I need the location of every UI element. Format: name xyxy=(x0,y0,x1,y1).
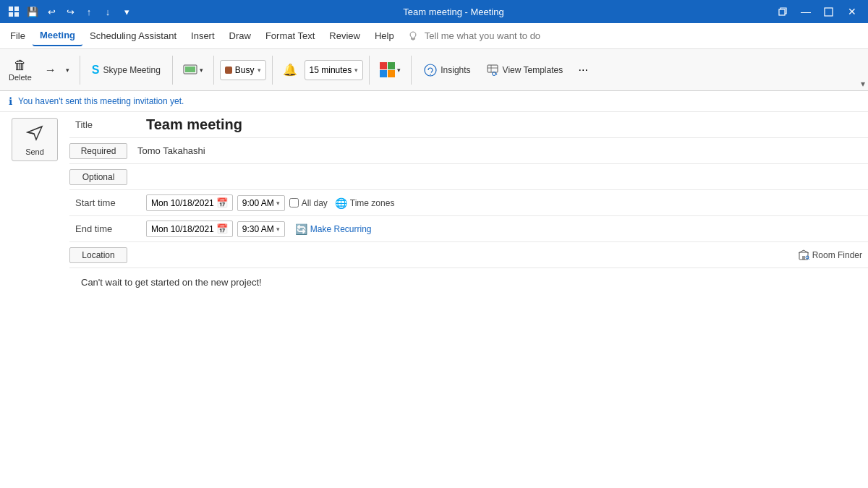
svg-rect-2 xyxy=(9,12,13,17)
reminder-button[interactable]: 🔔 xyxy=(278,57,302,83)
app-logo-icon xyxy=(6,4,22,20)
move-down-icon[interactable]: ↓ xyxy=(100,4,116,20)
main-content: Send Title Team meeting Required Tomo Ta… xyxy=(0,112,868,377)
color-category-button[interactable]: ▾ xyxy=(375,57,405,83)
forward-button[interactable]: → xyxy=(39,59,62,82)
forward-dropdown-button[interactable]: ▾ xyxy=(62,59,74,82)
optional-button[interactable]: Optional xyxy=(69,169,127,185)
sep-4 xyxy=(272,56,273,85)
delete-icon: 🗑 xyxy=(14,59,27,72)
redo-icon[interactable]: ↪ xyxy=(62,4,78,20)
menu-meeting[interactable]: Meeting xyxy=(33,25,82,46)
minimize-button[interactable]: — xyxy=(796,1,816,22)
skype-meeting-button[interactable]: S Skype Meeting xyxy=(86,56,166,85)
location-value[interactable] xyxy=(133,252,792,258)
delete-button[interactable]: 🗑 Delete xyxy=(4,52,36,88)
room-finder-button[interactable]: Room Finder xyxy=(792,247,868,264)
start-time-label: Start time xyxy=(69,197,142,208)
window-title: Team meeting - Meeting xyxy=(403,7,503,17)
busy-dropdown[interactable]: Busy ▾ xyxy=(220,60,266,80)
sep-3 xyxy=(213,56,214,85)
start-time-dropdown-arrow-icon: ▾ xyxy=(276,200,280,207)
view-templates-icon xyxy=(486,64,499,77)
allday-checkbox[interactable] xyxy=(289,198,299,207)
menu-scheduling[interactable]: Scheduling Assistant xyxy=(82,26,184,46)
menu-bar: File Meeting Scheduling Assistant Insert… xyxy=(0,23,868,49)
svg-point-11 xyxy=(430,74,431,75)
title-bar-left: 💾 ↩ ↪ ↑ ↓ ▾ xyxy=(6,4,135,20)
timezone-button[interactable]: 🌐 Time zones xyxy=(335,197,395,209)
required-value[interactable]: Tomo Takahashi xyxy=(133,142,868,159)
recurring-label: Make Recurring xyxy=(310,224,372,234)
busy-label: Busy xyxy=(235,65,255,75)
reminder-time-dropdown[interactable]: 15 minutes ▾ xyxy=(305,60,364,80)
svg-rect-12 xyxy=(488,65,498,72)
view-templates-label: View Templates xyxy=(503,65,563,75)
menu-formattext[interactable]: Format Text xyxy=(258,26,322,46)
room-finder-label: Room Finder xyxy=(812,250,862,260)
svg-rect-5 xyxy=(825,8,833,16)
svg-line-17 xyxy=(27,132,34,134)
undo-icon[interactable]: ↩ xyxy=(43,4,59,20)
skype-logo-icon: S xyxy=(92,64,100,77)
body-text: Can't wait to get started on the new pro… xyxy=(81,277,262,288)
collapse-ribbon-icon[interactable]: ▾ xyxy=(861,79,865,89)
more-options-icon: ··· xyxy=(579,64,588,77)
insights-button[interactable]: Insights xyxy=(417,56,477,85)
location-button[interactable]: Location xyxy=(69,247,127,263)
menu-insert[interactable]: Insert xyxy=(184,26,222,46)
menu-draw[interactable]: Draw xyxy=(222,26,258,46)
busy-dot-icon xyxy=(225,67,232,74)
end-time-picker[interactable]: 9:30 AM ▾ xyxy=(237,221,285,237)
info-bar: ℹ You haven't sent this meeting invitati… xyxy=(0,91,868,112)
maximize-button[interactable] xyxy=(819,1,839,22)
end-calendar-icon: 📅 xyxy=(216,223,228,234)
ribbon: 🗑 Delete → ▾ S Skype Meeting ▾ Busy ▾ 🔔 xyxy=(0,49,868,91)
customize-qa-icon[interactable]: ▾ xyxy=(119,4,135,20)
forward-group: → ▾ xyxy=(39,56,74,85)
close-button[interactable]: ✕ xyxy=(842,1,862,22)
start-date-picker[interactable]: Mon 10/18/2021 📅 xyxy=(146,194,233,211)
end-date-picker[interactable]: Mon 10/18/2021 📅 xyxy=(146,221,233,237)
delete-label: Delete xyxy=(9,73,32,82)
info-circle-icon: ℹ xyxy=(9,95,12,107)
svg-rect-1 xyxy=(14,7,19,11)
svg-rect-3 xyxy=(14,12,19,17)
insights-icon xyxy=(424,64,437,77)
insights-label: Insights xyxy=(441,65,470,75)
restore-window-button[interactable] xyxy=(773,1,793,22)
svg-rect-6 xyxy=(411,38,414,40)
tell-me-input[interactable] xyxy=(425,30,569,41)
meeting-display-button[interactable]: ▾ xyxy=(179,57,208,83)
view-templates-button[interactable]: View Templates xyxy=(480,56,569,85)
end-time-label: End time xyxy=(69,223,142,234)
menu-help[interactable]: Help xyxy=(367,26,401,46)
lightbulb-icon xyxy=(401,26,425,46)
forward-icon: → xyxy=(45,64,56,77)
send-button[interactable]: Send xyxy=(12,118,58,161)
svg-rect-19 xyxy=(802,256,805,260)
end-time-value: 9:30 AM xyxy=(242,224,274,234)
busy-dropdown-arrow-icon: ▾ xyxy=(258,67,261,74)
move-up-icon[interactable]: ↑ xyxy=(81,4,97,20)
allday-checkbox-group: All day xyxy=(289,198,328,208)
optional-value[interactable] xyxy=(133,174,868,180)
sep-6 xyxy=(411,56,412,85)
start-time-picker[interactable]: 9:00 AM ▾ xyxy=(237,195,285,211)
required-row: Required Tomo Takahashi xyxy=(69,138,868,164)
tell-me-field[interactable] xyxy=(425,30,865,41)
required-button[interactable]: Required xyxy=(69,143,127,159)
save-icon[interactable]: 💾 xyxy=(25,4,41,20)
start-time-row: Start time Mon 10/18/2021 📅 9:00 AM ▾ Al… xyxy=(69,190,868,216)
body-area[interactable]: Can't wait to get started on the new pro… xyxy=(69,268,868,377)
title-value[interactable]: Team meeting xyxy=(142,114,868,136)
info-message: You haven't sent this meeting invitation… xyxy=(18,96,184,106)
color-grid-icon xyxy=(380,62,395,77)
make-recurring-button[interactable]: 🔄 Make Recurring xyxy=(295,223,372,235)
allday-label: All day xyxy=(302,198,328,208)
more-options-button[interactable]: ··· xyxy=(571,59,595,82)
sep-1 xyxy=(80,56,80,85)
menu-review[interactable]: Review xyxy=(322,26,367,46)
menu-file[interactable]: File xyxy=(3,26,33,46)
room-finder-icon xyxy=(798,249,809,261)
